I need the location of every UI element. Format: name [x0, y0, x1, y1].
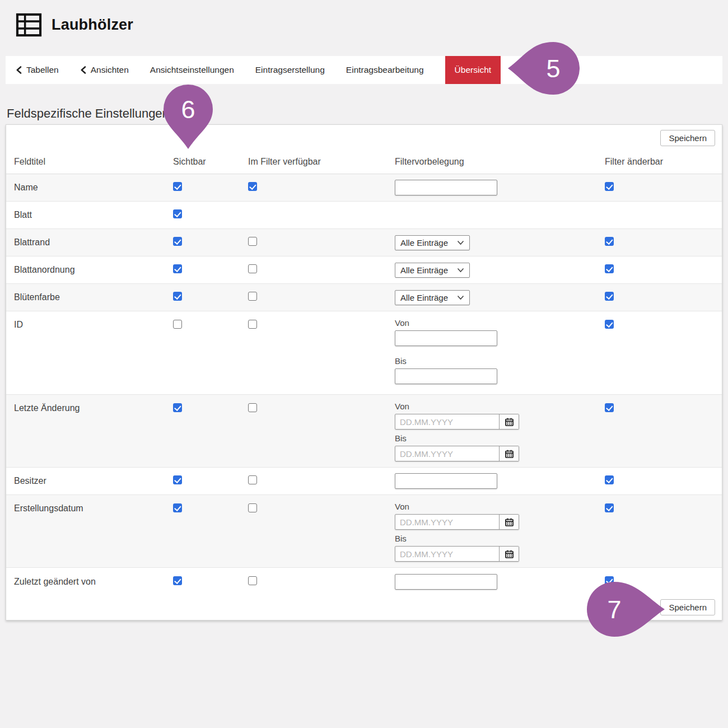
- page: Laubhölzer TabellenAnsichtenAnsichtseins…: [0, 0, 728, 728]
- filter-aenderbar-blütenfarbe-checkbox[interactable]: [605, 292, 614, 301]
- field-title: Zuletzt geändert von: [14, 577, 173, 587]
- filter-aenderbar-blattanordnung-checkbox[interactable]: [605, 264, 614, 273]
- filter-aenderbar-cell: [605, 475, 722, 487]
- date-input-bis-letzte-änderung[interactable]: [395, 446, 499, 461]
- date-input-group-bis-erstellungsdatum: [395, 546, 519, 562]
- filtervorbelegung-cell: VonBis: [395, 311, 605, 384]
- field-title: Blatt: [14, 210, 173, 220]
- sichtbar-cell: [173, 495, 248, 515]
- nav-item-übersicht[interactable]: Übersicht: [445, 56, 501, 84]
- sichtbar-blütenfarbe-checkbox[interactable]: [173, 292, 182, 301]
- sichtbar-cell: [173, 237, 248, 248]
- filter-aenderbar-name-checkbox[interactable]: [605, 182, 614, 191]
- filter-aenderbar-cell: [605, 395, 722, 414]
- im-filter-letzte-änderung-checkbox[interactable]: [248, 403, 257, 412]
- field-title-label: Zuletzt geändert von: [14, 577, 96, 586]
- field-title: Name: [14, 183, 173, 193]
- sichtbar-erstellungsdatum-checkbox[interactable]: [173, 503, 182, 512]
- annotation-marker-5: 5: [507, 41, 580, 95]
- filter-aenderbar-blattrand-checkbox[interactable]: [605, 237, 614, 246]
- im-filter-cell: [248, 237, 395, 248]
- filter-von-input-id[interactable]: [395, 330, 497, 346]
- sichtbar-id-checkbox[interactable]: [173, 320, 182, 329]
- column-header-filter-änderbar: Filter änderbar: [605, 157, 722, 167]
- filter-preset-input-zuletzt-geändert-von[interactable]: [395, 574, 497, 590]
- sichtbar-zuletzt-geändert-von-checkbox[interactable]: [173, 576, 182, 585]
- im-filter-besitzer-checkbox[interactable]: [248, 475, 257, 484]
- sichtbar-letzte-änderung-checkbox[interactable]: [173, 403, 182, 412]
- back-icon: [80, 66, 86, 74]
- table-row-blattrand: BlattrandAlle Einträge: [6, 229, 722, 256]
- filter-aenderbar-cell: [605, 311, 722, 331]
- date-input-von-letzte-änderung[interactable]: [395, 414, 499, 429]
- sichtbar-cell: [173, 475, 248, 487]
- column-header-feldtitel: Feldtitel: [14, 157, 173, 167]
- im-filter-erstellungsdatum-checkbox[interactable]: [248, 503, 257, 512]
- save-button-top[interactable]: Speichern: [660, 130, 715, 146]
- range-label-von: Von: [395, 502, 605, 511]
- sichtbar-cell: [173, 292, 248, 303]
- sichtbar-name-checkbox[interactable]: [173, 182, 182, 191]
- nav-item-ansichtseinstellungen[interactable]: Ansichtseinstellungen: [150, 56, 234, 84]
- sichtbar-cell: [173, 311, 248, 331]
- calendar-button-bis-erstellungsdatum[interactable]: [499, 547, 519, 561]
- field-title: Erstellungsdatum: [14, 495, 173, 514]
- filter-aenderbar-cell: [605, 495, 722, 515]
- table-row-blattanordnung: BlattanordnungAlle Einträge: [6, 256, 722, 284]
- nav-item-tabellen[interactable]: Tabellen: [16, 56, 59, 84]
- filter-aenderbar-erstellungsdatum-checkbox[interactable]: [605, 503, 614, 512]
- sichtbar-besitzer-checkbox[interactable]: [173, 475, 182, 484]
- filter-preset-input-besitzer[interactable]: [395, 473, 497, 489]
- filter-preset-select-blütenfarbe[interactable]: Alle Einträge: [395, 290, 470, 305]
- nav-item-label: Übersicht: [455, 65, 491, 75]
- nav-item-ansichten[interactable]: Ansichten: [80, 56, 129, 84]
- sichtbar-cell: [173, 576, 248, 587]
- field-title-label: Letzte Änderung: [14, 403, 80, 413]
- filter-preset-input-name[interactable]: [395, 180, 497, 195]
- sichtbar-blattrand-checkbox[interactable]: [173, 237, 182, 246]
- column-header-im-filter-verfügbar: Im Filter verfügbar: [248, 157, 395, 167]
- filtervorbelegung-cell: Alle Einträge: [395, 235, 605, 250]
- sichtbar-blatt-checkbox[interactable]: [173, 209, 182, 218]
- table-row-blatt: Blatt: [6, 202, 722, 229]
- filter-aenderbar-id-checkbox[interactable]: [605, 320, 614, 329]
- table-row-id: IDVonBis: [6, 311, 722, 395]
- filter-aenderbar-letzte-änderung-checkbox[interactable]: [605, 403, 614, 412]
- save-button-bottom[interactable]: Speichern: [660, 599, 715, 615]
- nav-item-label: Eintragsbearbeitung: [346, 65, 424, 75]
- range-label-bis: Bis: [395, 356, 605, 366]
- im-filter-zuletzt-geändert-von-checkbox[interactable]: [248, 576, 257, 585]
- im-filter-blattanordnung-checkbox[interactable]: [248, 264, 257, 273]
- filter-preset-select-blattrand[interactable]: Alle Einträge: [395, 235, 470, 250]
- calendar-button-bis-letzte-änderung[interactable]: [499, 446, 519, 461]
- date-input-von-erstellungsdatum[interactable]: [395, 515, 499, 529]
- im-filter-cell: [248, 311, 395, 331]
- section-heading: Feldspezifische Einstellungen: [7, 106, 169, 121]
- calendar-button-von-letzte-änderung[interactable]: [499, 414, 519, 429]
- sichtbar-cell: [173, 182, 248, 193]
- nav-item-eintragserstellung[interactable]: Eintragserstellung: [255, 56, 325, 84]
- filtervorbelegung-cell: VonBis: [395, 495, 605, 562]
- im-filter-name-checkbox[interactable]: [248, 182, 257, 191]
- date-input-group-von-letzte-änderung: [395, 414, 519, 430]
- date-input-group-bis-letzte-änderung: [395, 446, 519, 461]
- im-filter-blütenfarbe-checkbox[interactable]: [248, 292, 257, 301]
- sichtbar-blattanordnung-checkbox[interactable]: [173, 264, 182, 273]
- date-input-group-von-erstellungsdatum: [395, 514, 519, 530]
- date-input-bis-erstellungsdatum[interactable]: [395, 547, 499, 561]
- nav-item-label: Eintragserstellung: [255, 65, 325, 75]
- calendar-button-von-erstellungsdatum[interactable]: [499, 515, 519, 529]
- field-title: Blütenfarbe: [14, 292, 173, 302]
- im-filter-blattrand-checkbox[interactable]: [248, 237, 257, 246]
- filter-aenderbar-besitzer-checkbox[interactable]: [605, 475, 614, 484]
- im-filter-cell: [248, 475, 395, 487]
- im-filter-cell: [248, 264, 395, 276]
- im-filter-cell: [248, 292, 395, 303]
- filter-preset-select-blattanordnung[interactable]: Alle Einträge: [395, 263, 470, 278]
- app-header: Laubhölzer: [0, 0, 728, 49]
- sichtbar-cell: [173, 264, 248, 276]
- nav-item-eintragsbearbeitung[interactable]: Eintragsbearbeitung: [346, 56, 424, 84]
- im-filter-id-checkbox[interactable]: [248, 320, 257, 329]
- filter-bis-input-id[interactable]: [395, 368, 497, 384]
- field-title-label: ID: [14, 320, 23, 329]
